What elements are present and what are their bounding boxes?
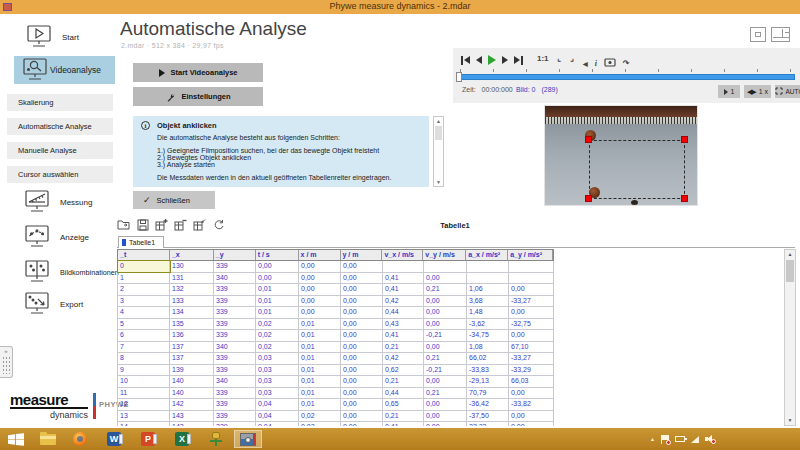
table-cell[interactable]: 0,01 <box>299 388 341 399</box>
volume-icon[interactable] <box>705 435 714 443</box>
table-cell[interactable]: 0,00 <box>424 296 467 307</box>
table-cell[interactable]: 2 <box>118 284 170 295</box>
table-cell[interactable]: -33,82 <box>509 399 554 410</box>
sidebar-item-manuelle-analyse[interactable]: Manuelle Analyse <box>7 142 113 159</box>
table-cell[interactable]: 32,22 <box>467 422 509 426</box>
table-cell[interactable]: 66,03 <box>509 376 554 387</box>
table-cell[interactable]: 0,02 <box>256 330 299 341</box>
timeline-slider[interactable] <box>458 74 795 80</box>
scroll-down-icon[interactable]: ▼ <box>785 416 795 425</box>
table-cell[interactable]: 131 <box>170 273 214 284</box>
scroll-thumb[interactable] <box>435 126 442 140</box>
table-cell[interactable]: 0,00 <box>256 273 299 284</box>
table-cell[interactable] <box>467 273 509 284</box>
table-cell[interactable]: 0,00 <box>341 296 383 307</box>
table-cell[interactable]: 1,06 <box>467 284 509 295</box>
table-cell[interactable]: 0,00 <box>341 353 383 364</box>
import-table-icon[interactable] <box>117 218 130 231</box>
table-cell[interactable]: 0,03 <box>256 365 299 376</box>
table-cell[interactable]: 0,00 <box>341 261 383 272</box>
mark-out-icon[interactable]: ⌟ <box>570 54 574 63</box>
video-preview[interactable] <box>545 106 697 205</box>
start-videoanalyse-button[interactable]: Start Videoanalyse <box>133 63 263 82</box>
table-cell[interactable]: -36,42 <box>467 399 509 410</box>
next-frame-button[interactable] <box>502 54 508 66</box>
scale-1-1-icon[interactable]: 1:1 <box>537 54 549 63</box>
table-cell[interactable]: 143 <box>170 411 214 422</box>
scroll-down-icon[interactable]: ▼ <box>434 178 443 186</box>
table-cell[interactable]: 0,21 <box>383 342 424 353</box>
table-cell[interactable]: 67,10 <box>509 342 554 353</box>
network-key-icon[interactable] <box>202 430 230 448</box>
table-cell[interactable]: 339 <box>214 365 256 376</box>
table-cell[interactable]: 0,44 <box>383 388 424 399</box>
add-table-icon[interactable] <box>155 218 168 231</box>
table-cell[interactable]: 0,01 <box>299 399 341 410</box>
frame-info-icon[interactable]: i <box>595 59 597 68</box>
table-cell[interactable]: 0,21 <box>383 376 424 387</box>
table-cell[interactable]: 8 <box>118 353 170 364</box>
sidebar-item-bildkombinationen[interactable]: Bildkombinationen <box>24 260 119 284</box>
table-cell[interactable] <box>509 261 554 272</box>
file-explorer-icon[interactable] <box>34 430 62 448</box>
table-cell[interactable]: 7 <box>118 342 170 353</box>
table-cell[interactable]: 0,00 <box>424 422 467 426</box>
table-cell[interactable]: 339 <box>214 319 256 330</box>
table-cell[interactable]: 10 <box>118 376 170 387</box>
table-cell[interactable]: 143 <box>170 422 214 426</box>
excel-icon[interactable]: X <box>168 430 196 448</box>
table-cell[interactable]: -33,27 <box>509 296 554 307</box>
table-cell[interactable]: 0,00 <box>341 422 383 426</box>
table-cell[interactable]: 0,00 <box>424 399 467 410</box>
sidebar-item-anzeige[interactable]: Anzeige <box>24 225 89 249</box>
mark-in-icon[interactable]: ⌞ <box>558 54 562 63</box>
timeline-thumb[interactable] <box>456 72 462 82</box>
table-cell[interactable]: -33,29 <box>509 365 554 376</box>
table-cell[interactable]: 0,44 <box>383 307 424 318</box>
table-cell[interactable]: 339 <box>214 296 256 307</box>
table-cell[interactable]: 66,02 <box>467 353 509 364</box>
network-icon[interactable] <box>691 436 699 443</box>
column-header[interactable]: a_y / m/s² <box>508 250 553 260</box>
save-table-icon[interactable] <box>136 218 149 231</box>
table-cell[interactable]: 340 <box>214 273 256 284</box>
table-cell[interactable]: 6 <box>118 330 170 341</box>
column-header[interactable]: _t <box>118 250 170 260</box>
table-cell[interactable]: 0,41 <box>383 284 424 295</box>
word-icon[interactable]: W <box>100 430 128 448</box>
table-cell[interactable]: 0,62 <box>383 365 424 376</box>
column-header[interactable]: y / m <box>341 250 383 260</box>
table-cell[interactable]: 0,00 <box>299 261 341 272</box>
column-header[interactable]: x / m <box>299 250 341 260</box>
previous-frame-button[interactable] <box>476 54 482 66</box>
table-cell[interactable]: 0,00 <box>424 411 467 422</box>
power-icon[interactable] <box>675 436 685 442</box>
column-header[interactable]: t / s <box>256 250 299 260</box>
first-frame-button[interactable] <box>461 54 470 66</box>
start-button[interactable] <box>2 430 30 448</box>
table-cell[interactable]: -0,21 <box>424 365 467 376</box>
table-cell[interactable]: 0,00 <box>299 273 341 284</box>
rename-table-icon[interactable] <box>193 218 206 231</box>
table-cell[interactable]: 0,00 <box>341 365 383 376</box>
table-cell[interactable]: 0,41 <box>383 273 424 284</box>
sidebar-item-automatische-analyse[interactable]: Automatische Analyse <box>7 118 113 135</box>
table-cell[interactable]: 0,00 <box>341 342 383 353</box>
table-cell[interactable]: 135 <box>170 319 214 330</box>
marker-bottom-left[interactable] <box>585 195 592 202</box>
marker-bottom-right[interactable] <box>681 195 688 202</box>
table-cell[interactable]: 0,00 <box>341 273 383 284</box>
table-cell[interactable]: 0,04 <box>256 399 299 410</box>
table-cell[interactable]: 339 <box>214 330 256 341</box>
table-cell[interactable]: -32,75 <box>509 319 554 330</box>
table-cell[interactable]: 0,00 <box>509 284 554 295</box>
table-cell[interactable]: 140 <box>170 388 214 399</box>
table-cell[interactable]: 339 <box>214 284 256 295</box>
table-cell[interactable]: 11 <box>118 388 170 399</box>
table-cell[interactable]: 0,00 <box>424 273 467 284</box>
schliessen-button[interactable]: ✓ Schließen <box>133 191 215 209</box>
table-cell[interactable]: 0,21 <box>424 388 467 399</box>
layout-single-icon[interactable] <box>750 27 766 42</box>
table-cell[interactable]: 0,00 <box>509 307 554 318</box>
table-cell[interactable]: 0,42 <box>383 353 424 364</box>
